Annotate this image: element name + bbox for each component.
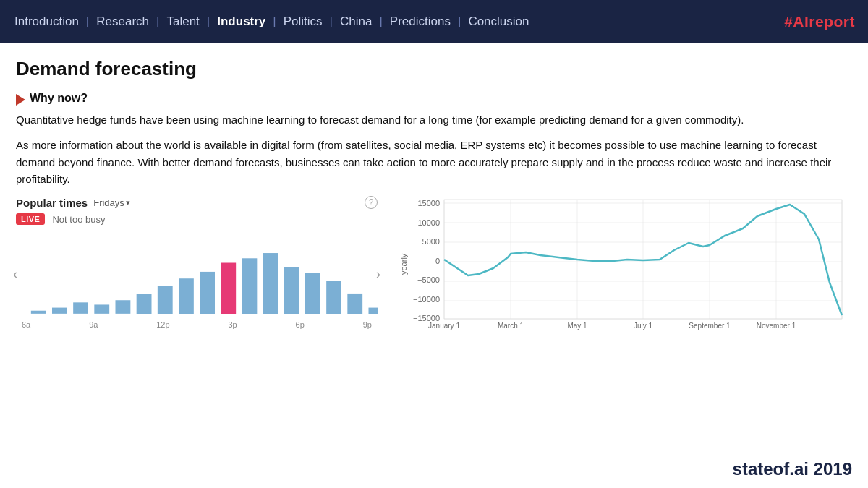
- chart-header: Popular times Fridays ?: [16, 196, 378, 209]
- label-12p: 12p: [156, 320, 169, 329]
- x-label-jul: July 1: [634, 322, 653, 330]
- bar-5p: [263, 253, 278, 314]
- bar-12p: [158, 286, 173, 314]
- nav-sep-2: |: [155, 14, 161, 29]
- bar-2p: [200, 272, 215, 314]
- nav-sep-1: |: [85, 14, 90, 29]
- bar-4p: [242, 258, 258, 314]
- why-section: Why now?: [16, 92, 852, 106]
- x-label-mar: March 1: [498, 322, 524, 330]
- bar-7a: [52, 308, 67, 314]
- y-axis-label: yearly: [399, 196, 408, 333]
- nav-item-talent[interactable]: Talent: [165, 14, 200, 29]
- fridays-dropdown[interactable]: Fridays: [93, 197, 130, 208]
- nav-item-politics[interactable]: Politics: [282, 14, 324, 29]
- nav-sep-4: |: [271, 14, 277, 29]
- live-badge: LIVE: [16, 213, 45, 225]
- label-3p: 3p: [228, 320, 237, 329]
- triangle-icon: [16, 94, 25, 106]
- why-title: Why now?: [30, 92, 88, 105]
- line-chart: yearly 15000 10000 5000 0 −5000 −10000 −…: [399, 196, 852, 333]
- nav-links: Introduction | Research | Talent | Indus…: [13, 14, 531, 29]
- nav-item-introduction[interactable]: Introduction: [13, 14, 80, 29]
- paragraph-1: Quantitative hedge funds have been using…: [16, 111, 841, 128]
- x-label-may: May 1: [567, 322, 587, 330]
- nav-sep-7: |: [456, 14, 462, 29]
- chart-left-arrow[interactable]: ‹: [13, 266, 17, 281]
- hashtag-label: #AIreport: [784, 13, 855, 30]
- y-label-0: 0: [435, 257, 440, 265]
- label-6a: 6a: [22, 320, 30, 329]
- bar-10p: [369, 308, 378, 314]
- bar-7p: [305, 273, 320, 314]
- nav-item-industry[interactable]: Industry: [216, 14, 267, 29]
- page-title: Demand forecasting: [16, 58, 852, 80]
- y-label-10000: 10000: [417, 218, 440, 227]
- nav-item-research[interactable]: Research: [95, 14, 150, 29]
- bar-10a: [116, 300, 131, 314]
- top-navigation: Introduction | Research | Talent | Indus…: [0, 0, 868, 43]
- charts-row: Popular times Fridays ? LIVE Not too bus…: [16, 196, 852, 333]
- bar-6a: [31, 311, 46, 314]
- label-6p: 6p: [296, 320, 305, 329]
- bar-x-labels: 6a 9a 12p 3p 6p 9p: [16, 317, 378, 329]
- live-row: LIVE Not too busy: [16, 213, 378, 225]
- x-label-sep: September 1: [689, 322, 731, 330]
- status-text: Not too busy: [52, 214, 105, 225]
- nav-sep-3: |: [205, 14, 211, 29]
- y-label--5000: −5000: [417, 275, 440, 284]
- main-content: Demand forecasting Why now? Quantitative…: [0, 43, 868, 340]
- bar-6p: [284, 267, 299, 314]
- nav-item-china[interactable]: China: [339, 14, 373, 29]
- line-chart-svg: 15000 10000 5000 0 −5000 −10000 −15000: [409, 196, 852, 330]
- nav-sep-6: |: [378, 14, 383, 29]
- bar-chart-container: ‹: [16, 231, 378, 317]
- bar-9a: [94, 304, 109, 313]
- footer-text: stateof.ai 2019: [733, 459, 852, 479]
- label-9a: 9a: [89, 320, 98, 329]
- chart-right-arrow[interactable]: ›: [376, 266, 380, 281]
- bar-1p: [179, 278, 194, 314]
- bar-3p-highlight: [221, 262, 236, 314]
- line-chart-wrap: yearly 15000 10000 5000 0 −5000 −10000 −…: [399, 196, 852, 333]
- line-chart-inner: 15000 10000 5000 0 −5000 −10000 −15000: [409, 196, 852, 333]
- nav-item-predictions[interactable]: Predictions: [388, 14, 452, 29]
- help-icon[interactable]: ?: [365, 196, 378, 209]
- nav-sep-5: |: [328, 14, 334, 29]
- popular-times-label: Popular times: [16, 197, 88, 209]
- x-label-nov: November 1: [757, 322, 796, 330]
- bar-11a: [137, 294, 152, 314]
- x-label-jan: January 1: [428, 322, 460, 330]
- y-label-15000: 15000: [417, 199, 440, 207]
- bar-8p: [326, 281, 341, 314]
- y-label--10000: −10000: [413, 295, 440, 304]
- label-9p: 9p: [363, 320, 372, 329]
- y-label-5000: 5000: [422, 237, 440, 246]
- nav-item-conclusion[interactable]: Conclusion: [467, 14, 530, 29]
- bar-chart-svg: [16, 231, 378, 317]
- paragraph-2: As more information about the world is a…: [16, 137, 841, 187]
- popular-times-chart: Popular times Fridays ? LIVE Not too bus…: [16, 196, 378, 329]
- bar-9p: [347, 294, 362, 314]
- bar-8a: [73, 302, 88, 314]
